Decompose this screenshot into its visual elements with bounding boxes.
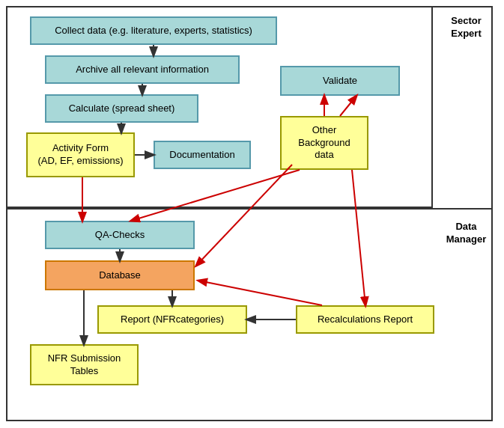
collect-data-box: Collect data (e.g. literature, experts, … [30, 16, 277, 45]
diagram-container: Sector Expert Data Manager Collect data … [0, 0, 504, 428]
nfr-submission-box: NFR Submission Tables [30, 344, 139, 385]
documentation-box: Documentation [154, 141, 251, 169]
database-box: Database [45, 260, 195, 290]
calculate-box: Calculate (spread sheet) [45, 94, 198, 123]
archive-box: Archive all relevant information [45, 55, 240, 84]
report-nfr-box: Report (NFRcategories) [97, 305, 247, 334]
validate-box: Validate [280, 66, 400, 96]
other-background-box: Other Background data [280, 116, 368, 170]
sector-expert-label: Sector Expert [442, 15, 491, 40]
data-manager-label: Data Manager [442, 221, 491, 246]
qa-checks-box: QA-Checks [45, 221, 195, 249]
activity-form-box: Activity Form (AD, EF, emissions) [26, 132, 135, 177]
recalculations-box: Recalculations Report [296, 305, 434, 334]
